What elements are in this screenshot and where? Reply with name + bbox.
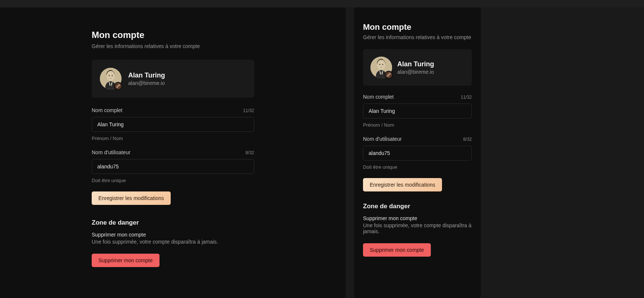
- page-subtitle: Gérer les informations relatives à votre…: [363, 34, 472, 40]
- profile-card: Alan Turing alan@bireme.io: [92, 60, 254, 98]
- danger-heading: Zone de danger: [363, 203, 472, 210]
- danger-description: Une fois supprimée, votre compte dispara…: [92, 239, 254, 245]
- danger-description: Une fois supprimée, votre compte dispara…: [363, 222, 472, 234]
- profile-info: Alan Turing alan@bireme.io: [397, 60, 434, 75]
- field-fullname: Nom complet 11/32 Prénom / Nom: [92, 107, 254, 141]
- page-title: Mon compte: [363, 22, 472, 32]
- fullname-input[interactable]: [363, 104, 472, 118]
- danger-title: Supprimer mon compte: [92, 232, 254, 238]
- username-label: Nom d'utilisateur: [363, 136, 402, 142]
- avatar-container: [100, 68, 121, 89]
- username-count: 8/32: [463, 137, 472, 142]
- username-count: 8/32: [246, 150, 254, 155]
- username-input[interactable]: [92, 159, 254, 174]
- fullname-hint: Prénom / Nom: [92, 136, 254, 141]
- fullname-count: 11/32: [243, 108, 254, 113]
- svg-point-5: [377, 60, 385, 70]
- danger-zone: Zone de danger Supprimer mon compte Une …: [92, 219, 254, 267]
- field-username: Nom d'utilisateur 8/32 Doit être unique: [363, 136, 472, 170]
- svg-point-6: [379, 64, 380, 65]
- page-subtitle: Gérer les informations relatives à votre…: [92, 43, 254, 49]
- delete-account-button[interactable]: Supprimer mon compte: [363, 243, 431, 257]
- username-input[interactable]: [363, 146, 472, 161]
- profile-name: Alan Turing: [128, 72, 165, 79]
- username-hint: Doit être unique: [92, 178, 254, 183]
- pencil-icon: [387, 72, 391, 78]
- danger-zone: Zone de danger Supprimer mon compte Une …: [363, 203, 472, 257]
- fullname-label: Nom complet: [92, 107, 122, 113]
- field-fullname: Nom complet 11/32 Prénom / Nom: [363, 94, 472, 128]
- account-panel-narrow: Mon compte Gérer les informations relati…: [354, 7, 481, 298]
- top-bar: [0, 0, 644, 7]
- profile-card: Alan Turing alan@bireme.io: [363, 49, 472, 86]
- danger-heading: Zone de danger: [92, 219, 254, 226]
- danger-title: Supprimer mon compte: [363, 215, 472, 221]
- account-panel-wide: Mon compte Gérer les informations relati…: [0, 7, 346, 298]
- edit-avatar-button[interactable]: [385, 71, 393, 79]
- page-title: Mon compte: [92, 30, 254, 40]
- profile-email: alan@bireme.io: [397, 69, 434, 75]
- svg-point-7: [382, 64, 383, 65]
- fullname-label: Nom complet: [363, 94, 394, 100]
- svg-point-3: [112, 75, 113, 76]
- username-hint: Doit être unique: [363, 164, 472, 170]
- delete-account-button[interactable]: Supprimer mon compte: [92, 254, 160, 267]
- field-username: Nom d'utilisateur 8/32 Doit être unique: [92, 149, 254, 183]
- profile-info: Alan Turing alan@bireme.io: [128, 72, 165, 86]
- save-button[interactable]: Enregistrer les modifications: [363, 178, 442, 191]
- username-label: Nom d'utilisateur: [92, 149, 130, 155]
- avatar-container: [370, 57, 392, 78]
- fullname-input[interactable]: [92, 117, 254, 132]
- profile-email: alan@bireme.io: [128, 80, 165, 86]
- edit-avatar-button[interactable]: [114, 82, 122, 90]
- svg-point-1: [107, 71, 115, 81]
- save-button[interactable]: Enregistrer les modifications: [92, 191, 171, 205]
- fullname-count: 11/32: [461, 95, 472, 100]
- svg-point-2: [109, 75, 110, 76]
- pencil-icon: [116, 83, 120, 89]
- profile-name: Alan Turing: [397, 60, 434, 68]
- fullname-hint: Prénom / Nom: [363, 122, 472, 128]
